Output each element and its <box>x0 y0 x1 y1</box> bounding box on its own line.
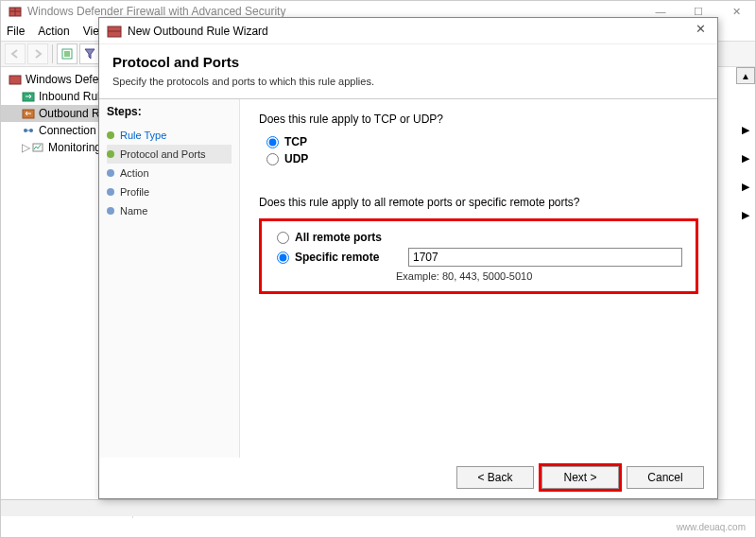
svg-rect-13 <box>33 144 43 151</box>
outbound-icon <box>22 107 35 120</box>
expand-arrow-icon[interactable]: ▶ <box>742 152 749 165</box>
radio-specific[interactable] <box>277 252 289 264</box>
radio-tcp-row[interactable]: TCP <box>266 135 698 148</box>
expand-arrow-icon[interactable]: ▶ <box>742 181 749 193</box>
label-specific: Specific remote <box>295 251 399 264</box>
menu-action[interactable]: Action <box>38 25 69 38</box>
menu-file[interactable]: File <box>7 25 25 38</box>
dialog-header: Protocol and Ports Specify the protocols… <box>99 44 717 91</box>
cancel-button[interactable]: Cancel <box>627 466 704 489</box>
watermark: www.deuaq.com <box>677 518 746 537</box>
expand-arrow-icon[interactable]: ▶ <box>742 124 749 136</box>
steps-pane: Steps: Rule Type Protocol and Ports Acti… <box>99 99 240 458</box>
step-protocol-ports[interactable]: Protocol and Ports <box>107 145 232 164</box>
svg-point-10 <box>24 129 27 132</box>
highlight-box: All remote ports Specific remote Example… <box>259 218 698 294</box>
step-name[interactable]: Name <box>107 201 232 220</box>
radio-udp[interactable] <box>266 153 279 165</box>
dialog-close-button[interactable]: ✕ <box>689 22 712 41</box>
dialog-heading: Protocol and Ports <box>112 54 704 70</box>
expand-arrow-icon[interactable]: ▶ <box>742 209 749 221</box>
label-all-ports: All remote ports <box>295 231 382 244</box>
firewall-icon <box>107 24 122 39</box>
firewall-icon <box>9 73 22 86</box>
expand-icon[interactable]: ▷ <box>22 141 31 154</box>
connection-icon <box>22 124 35 137</box>
wizard-dialog: New Outbound Rule Wizard ✕ Protocol and … <box>98 17 718 499</box>
close-button[interactable]: ✕ <box>717 1 755 22</box>
svg-rect-4 <box>64 51 70 57</box>
port-example: Example: 80, 443, 5000-5010 <box>396 270 688 282</box>
statusbar <box>1 499 755 516</box>
radio-specific-row[interactable]: Specific remote <box>277 248 688 267</box>
svg-point-11 <box>29 129 33 132</box>
dialog-title: New Outbound Rule Wizard <box>128 25 268 38</box>
firewall-icon <box>9 5 22 18</box>
dialog-subheading: Specify the protocols and ports to which… <box>112 76 704 87</box>
back-button <box>5 43 26 64</box>
collapse-button[interactable]: ▲ <box>736 67 755 84</box>
forward-button <box>27 43 48 64</box>
label-udp: UDP <box>284 152 308 165</box>
step-rule-type[interactable]: Rule Type <box>107 126 232 145</box>
back-button[interactable]: < Back <box>456 466 534 489</box>
radio-all-ports[interactable] <box>277 232 289 244</box>
dialog-titlebar: New Outbound Rule Wizard ✕ <box>99 18 717 44</box>
port-input[interactable] <box>408 248 682 267</box>
label-tcp: TCP <box>284 135 307 148</box>
filter-button[interactable] <box>79 43 100 64</box>
svg-rect-7 <box>9 76 21 84</box>
dialog-buttons: < Back Next > Cancel <box>456 466 704 489</box>
protocol-question: Does this rule apply to TCP or UDP? <box>259 113 698 126</box>
main-title: Windows Defender Firewall with Advanced … <box>27 5 285 18</box>
monitoring-icon <box>31 141 44 154</box>
next-button[interactable]: Next > <box>541 466 619 489</box>
new-button[interactable] <box>57 43 77 64</box>
step-profile[interactable]: Profile <box>107 182 232 201</box>
ports-question: Does this rule apply to all remote ports… <box>259 196 698 209</box>
form-pane: Does this rule apply to TCP or UDP? TCP … <box>240 99 717 458</box>
radio-tcp[interactable] <box>266 136 279 148</box>
radio-udp-row[interactable]: UDP <box>266 152 698 165</box>
radio-all-ports-row[interactable]: All remote ports <box>277 231 688 244</box>
step-action[interactable]: Action <box>107 164 232 182</box>
inbound-icon <box>22 90 35 103</box>
steps-title: Steps: <box>107 105 232 118</box>
